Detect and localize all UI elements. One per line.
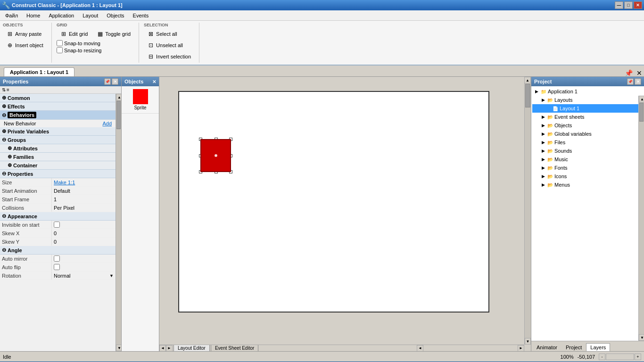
titlebar-controls[interactable]: — □ ✕ [615,1,642,9]
section-common[interactable]: ⊕ Common [0,94,116,102]
sprite-object-item[interactable]: Sprite [122,86,159,114]
ribbon-edit-grid[interactable]: ⊞ Edit grid [57,29,91,39]
sort-icon[interactable]: ⇅ [2,87,6,92]
sounds-toggle[interactable]: ▶ [540,148,546,154]
size-link[interactable]: Make 1:1 [54,180,75,185]
tree-fonts[interactable]: ▶ 📂 Fonts [532,164,643,172]
objects-close-button[interactable]: ✕ [152,79,156,84]
tree-sounds[interactable]: ▶ 📂 Sounds [532,147,643,155]
auto-flip-value[interactable] [52,263,116,271]
invisible-checkbox[interactable] [54,222,60,228]
tab-close-icon[interactable]: ✕ [636,70,642,76]
menu-home[interactable]: Home [22,11,44,20]
project-tab[interactable]: Project [561,343,586,351]
tree-app[interactable]: ▶ 📁 Application 1 [532,87,643,96]
canvas-main[interactable]: ▲ [159,77,531,351]
add-behavior-link[interactable]: Add [102,121,112,126]
layouts-toggle[interactable]: ▶ [540,97,546,103]
ribbon-insert-object[interactable]: ⊕ Insert object [3,40,47,50]
ribbon-unselect-all[interactable]: ⊡ Unselect all [144,40,186,50]
tree-event-sheets[interactable]: ▶ 📂 Event sheets [532,113,643,121]
section-appearance[interactable]: ⊖ Appearance [0,212,116,221]
zoom-out-button[interactable]: - [599,354,605,360]
section-container[interactable]: ⊕ Container [0,161,116,170]
layout-editor-tab[interactable]: Layout Editor [173,345,210,351]
section-properties[interactable]: ⊖ Properties [0,170,116,178]
pin-icon[interactable]: 📌 [625,70,633,76]
sprite-container[interactable] [200,139,231,172]
canvas-vscroll-down[interactable]: ▼ [525,338,531,345]
auto-mirror-checkbox[interactable] [54,255,60,262]
tree-menus[interactable]: ▶ 📂 Menus [532,181,643,189]
rotation-dropdown-icon[interactable]: ▼ [109,273,114,278]
canvas-vscrollbar[interactable]: ▲ ▼ [524,77,531,345]
minimize-button[interactable]: — [615,1,623,9]
tree-files[interactable]: ▶ 📂 Files [532,138,643,147]
proj-scroll-down[interactable]: ▼ [639,334,644,341]
ribbon-snap-resizing[interactable]: Snap-to resizing [57,47,102,53]
zoom-slider[interactable] [606,354,634,360]
sprite-body[interactable] [200,139,231,172]
tree-objects[interactable]: ▶ 📂 Objects [532,121,643,130]
canvas-hscroll-right[interactable]: ► [518,345,524,352]
menu-layout[interactable]: Layout [78,11,102,20]
properties-scrollbar[interactable]: ▲ ▼ [116,94,121,351]
canvas-hscroll-left[interactable]: ◄ [417,345,423,352]
animator-tab[interactable]: Animator [532,343,561,351]
app-toggle[interactable]: ▶ [534,89,539,94]
section-effects[interactable]: ⊕ Effects [0,102,116,111]
tree-icons[interactable]: ▶ 📂 Icons [532,172,643,181]
menus-toggle[interactable]: ▶ [540,182,546,188]
ribbon-invert-selection[interactable]: ⊟ Invert selection [144,51,194,62]
music-toggle[interactable]: ▶ [540,156,546,162]
fonts-toggle[interactable]: ▶ [540,165,546,171]
project-pin-button[interactable]: 📌 [627,78,634,85]
invisible-value[interactable] [52,221,116,229]
snap-resizing-checkbox[interactable] [57,47,63,53]
icons-toggle[interactable]: ▶ [540,173,546,179]
project-close-button[interactable]: ✕ [635,78,641,85]
bottom-tab-next[interactable]: ► [166,345,173,352]
scroll-thumb[interactable] [116,101,121,129]
auto-mirror-value[interactable] [52,255,116,263]
bottom-tab-prev[interactable]: ◄ [159,345,166,352]
menu-file[interactable]: Файл [1,11,22,20]
snap-moving-checkbox[interactable] [57,40,63,46]
layout-tab[interactable]: Application 1 : Layout 1 [4,67,74,76]
objects-toggle[interactable]: ▶ [540,123,546,128]
section-angle[interactable]: ⊖ Angle [0,246,116,255]
event-sheet-tab[interactable]: Event Sheet Editor [211,345,258,351]
tree-layout1[interactable]: 📄 Layout 1 [532,104,643,113]
scroll-up-arrow[interactable]: ▲ [116,94,121,100]
ribbon-select-all[interactable]: ⊠ Select all [144,29,181,39]
maximize-button[interactable]: □ [624,1,633,9]
proj-scroll-up[interactable]: ▲ [639,96,644,102]
zoom-in-button[interactable]: + [635,354,641,360]
pin-panel-button[interactable]: 📌 [104,78,111,85]
layers-tab[interactable]: Layers [586,343,610,351]
section-behaviors[interactable]: ⊖ Behaviors [0,111,116,120]
scroll-down-arrow[interactable]: ▼ [116,345,121,351]
tree-globals[interactable]: ▶ 📂 Global variables [532,130,643,138]
filter-icon[interactable]: ≡ [7,87,9,92]
ribbon-array-paste[interactable]: ⊞ Array paste [3,29,45,39]
menu-application[interactable]: Application [44,11,78,20]
globals-toggle[interactable]: ▶ [540,131,546,137]
tree-layouts[interactable]: ▶ 📂 Layouts [532,96,643,104]
menu-objects[interactable]: Objects [102,11,128,20]
ribbon-toggle-grid[interactable]: ▦ Toggle grid [93,29,134,39]
ribbon-snap-moving[interactable]: Snap-to moving [57,40,100,46]
canvas-scroll-up[interactable]: ▲ [524,77,531,83]
section-families[interactable]: ⊕ Families [0,153,116,161]
files-toggle[interactable]: ▶ [540,140,546,145]
close-panel-button[interactable]: ✕ [112,78,118,85]
section-attributes[interactable]: ⊕ Attributes [0,144,116,153]
canvas-vscroll-thumb[interactable] [525,84,530,107]
project-scrollbar[interactable]: ▲ ▼ [638,96,644,341]
auto-flip-checkbox[interactable] [54,264,60,270]
menu-events[interactable]: Events [129,11,153,20]
section-private-vars[interactable]: ⊕ Private Variables [0,127,116,136]
tree-music[interactable]: ▶ 📂 Music [532,155,643,164]
section-groups[interactable]: ⊖ Groups [0,136,116,144]
close-button[interactable]: ✕ [634,1,642,9]
